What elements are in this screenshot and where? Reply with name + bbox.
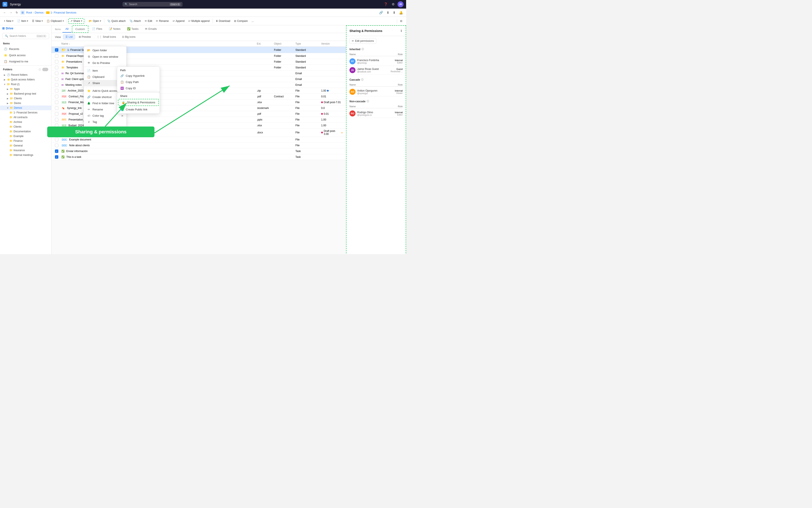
tree-item-apps[interactable]: ▶ 📁 Apps [0,87,51,91]
attach-button[interactable]: 📎 Attach [128,19,143,24]
row-checkbox[interactable] [55,144,58,147]
rename-button[interactable]: ✏ Rename [154,19,170,24]
panel-info-button[interactable]: ℹ [400,28,403,33]
tree-item-backend[interactable]: ▶ 📁 Backend group test [0,91,51,96]
row-checkbox[interactable] [55,100,58,104]
sidebar-item-recents[interactable]: 🕐 Recents [1,46,50,52]
drive-button[interactable]: ⊞ [21,10,25,15]
row-checkbox[interactable] [55,107,58,110]
compare-button[interactable]: ⊟ Compare [232,19,249,24]
row-checkbox[interactable] [55,112,58,116]
download-button[interactable]: ⬇ Download [214,19,232,24]
row-checkbox[interactable]: ✓ [55,155,58,159]
ctx-create-public-link[interactable]: 🌐 Create Public link [117,107,160,113]
edit-permissions-button[interactable]: ✏ Edit permissions [350,38,376,44]
header-version[interactable]: Version [321,42,342,45]
tab-emails[interactable]: ✉ Emails [142,26,160,33]
ctx-go-to-preview[interactable]: 👁 Go to Preview [84,60,126,66]
tree-item-insurance[interactable]: 📁 Insurance [0,148,51,153]
header-object[interactable]: Object [274,42,295,45]
table-row[interactable]: ✓ ✅ Enviar información Task [51,149,346,154]
edit-button[interactable]: ✏ Edit [143,19,154,24]
tree-item-root[interactable]: ▼ 📁 Root (/) [0,82,51,87]
list-view-button[interactable]: ☰ List [63,34,75,39]
header-type[interactable]: Type [295,42,321,45]
more-button[interactable]: ... [250,19,255,24]
clipboard-button[interactable]: 📋 Clipboard ▾ [45,19,65,24]
folders-toggle[interactable] [42,68,48,71]
new-button[interactable]: + + New New ▾ [2,19,15,24]
forward-button[interactable]: → [8,10,13,15]
ctx-copy-path[interactable]: 📋 Copy Path [117,79,160,85]
cascade-info-icon[interactable]: ⓘ [361,78,363,81]
open-button[interactable]: 📂 Open ▾ [87,19,103,24]
big-icons-button[interactable]: ⊡ Big icons [120,34,138,39]
sidebar-item-assigned[interactable]: 📋 Assigned to me [1,58,50,64]
tab-tasks[interactable]: ✅ Tasks [124,26,141,33]
tree-item-demos[interactable]: ▼ 📁 Demos [0,105,51,110]
tree-item-archive[interactable]: 📁 Archive [0,120,51,124]
row-checkbox[interactable]: ✓ [55,48,58,52]
tab-all[interactable]: All [63,26,72,33]
ctx-open-new-window[interactable]: ⧉ Open in new window [84,53,126,60]
breadcrumb-demos[interactable]: Demos [35,11,44,14]
tab-files[interactable]: 📄 Files [89,26,105,33]
back-button[interactable]: ← [2,10,7,15]
search-bar[interactable]: 🔍 Search Cmd + S [122,2,182,7]
sidebar-search[interactable]: 🔍 Search folders Cmd + K [2,33,49,39]
row-checkbox[interactable] [55,77,58,81]
row-checkbox[interactable] [55,83,58,87]
share-button[interactable]: ↗ Share ▾ [68,18,84,24]
row-checkbox[interactable] [55,66,58,69]
row-checkbox[interactable] [55,138,58,141]
row-checkbox[interactable] [55,118,58,121]
header-name[interactable]: Name ↓ [62,42,257,45]
tree-item-general[interactable]: 📁 General [0,143,51,148]
tree-item-recent-folders[interactable]: ▶ 🕐 Recent folders [0,73,51,77]
tree-item-quick-access-folders[interactable]: ▶ ⭐ Quick access folders [0,77,51,82]
refresh-button[interactable]: ↻ [14,10,19,15]
append-button[interactable]: ↩ Append [171,19,186,24]
sidebar-item-quick-access[interactable]: ⭐ Quick access [1,52,50,58]
tree-item-example[interactable]: 📁 Example [0,134,51,138]
tree-item-decks[interactable]: ▶ 📁 Decks [0,101,51,105]
bookmark-button[interactable]: 🔗 [378,10,384,15]
ctx-copy-hyperlink[interactable]: 🔗 Copy Hyperlink [117,73,160,79]
ctx-copy-id[interactable]: 🆔 Copy ID [117,85,160,91]
row-checkbox[interactable] [55,60,58,64]
settings-button[interactable]: ⚙ [391,1,395,7]
table-row[interactable]: DOC Note about clients File [51,142,346,149]
quick-attach-button[interactable]: 📎 Quick attach [106,19,127,24]
preview-view-button[interactable]: ⊞ Preview [76,34,93,39]
tree-item-internal-meetings[interactable]: 📁 Internal meetings [0,153,51,157]
small-icons-button[interactable]: ⋮⋮ Small icons [94,34,118,39]
user-avatar[interactable]: JR [398,1,404,7]
tree-item-finance[interactable]: 📁 Finance [0,138,51,143]
help-button[interactable]: ❓ [383,1,389,7]
nav-download-button[interactable]: ⬇ [386,10,390,15]
tree-item-documentation[interactable]: 📁 Documentation [0,129,51,134]
tab-notes[interactable]: 📝 Notes [106,26,124,33]
row-checkbox[interactable] [55,95,58,98]
tree-item-all-contracts[interactable]: 📁 All contracts [0,115,51,120]
inherited-info-icon[interactable]: ⓘ [362,48,364,51]
row-checkbox[interactable] [55,54,58,58]
panel-toggle-button[interactable]: ⊟ [398,19,404,24]
ctx-sharing-permissions[interactable]: 🔒 Sharing & Permissions [118,99,159,106]
item-button[interactable]: 📄 Item ▾ [15,19,30,24]
multiple-append-button[interactable]: ↩ Multiple append [187,19,211,24]
bell-button[interactable]: 🔔 [398,10,404,15]
tree-item-clients-sub[interactable]: 📁 Clients [0,124,51,129]
row-checkbox[interactable] [55,72,58,75]
header-ext[interactable]: Ext. [257,42,274,45]
nav-download-button2[interactable]: ⬇ [392,10,397,15]
row-checkbox[interactable]: ✓ [55,150,58,153]
tree-item-clients[interactable]: ▶ 📁 Clients [0,96,51,101]
ctx-open-folder[interactable]: 📂 Open folder [84,47,126,53]
view-button[interactable]: ☰ View ▾ [30,19,44,24]
table-row[interactable]: DOC Example document File [51,137,346,142]
table-row[interactable]: ✓ ✅ This is a task Task [51,154,346,160]
tab-custom[interactable]: Custom [72,25,88,33]
non-cascade-info-icon[interactable]: ⓘ [367,100,369,103]
tree-item-financial-services[interactable]: 📁 1- Financial Services [0,110,51,115]
